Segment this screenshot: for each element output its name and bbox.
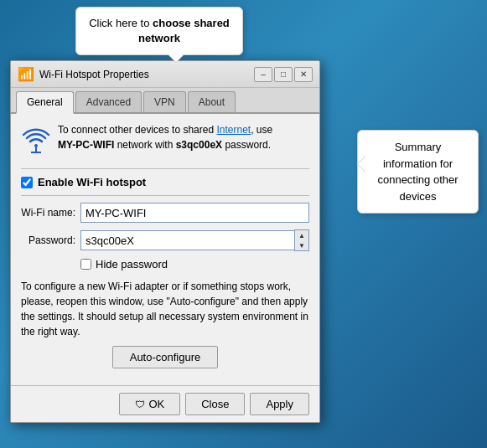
info-suffix: , use bbox=[251, 124, 272, 136]
tooltip-right: Summary information for connecting other… bbox=[357, 130, 479, 214]
tab-about[interactable]: About bbox=[188, 91, 236, 112]
tooltip-top-text: Click here to choose shared network bbox=[89, 17, 230, 44]
info-middle: network with bbox=[114, 139, 175, 151]
password-input[interactable] bbox=[80, 230, 294, 250]
password-text: s3qc00eX bbox=[176, 139, 222, 151]
apply-button[interactable]: Apply bbox=[250, 393, 309, 415]
tab-advanced[interactable]: Advanced bbox=[75, 91, 142, 112]
close-title-button[interactable]: ✕ bbox=[294, 67, 313, 82]
password-label: Password: bbox=[21, 234, 75, 246]
wifi-large-icon bbox=[21, 124, 51, 160]
password-spin-buttons: ▲ ▼ bbox=[294, 229, 309, 251]
dialog-content: To connect other devices to shared Inter… bbox=[11, 114, 319, 385]
wifi-name-row: Wi-Fi name: bbox=[21, 203, 309, 223]
tab-general[interactable]: General bbox=[16, 91, 74, 114]
info-end: password. bbox=[222, 139, 271, 151]
dialog-title: Wi-Fi Hotspot Properties bbox=[39, 69, 254, 80]
close-button[interactable]: Close bbox=[185, 393, 245, 415]
wifi-name-label: Wi-Fi name: bbox=[21, 207, 75, 219]
hide-password-checkbox[interactable] bbox=[80, 259, 91, 270]
ok-button[interactable]: 🛡 OK bbox=[119, 393, 180, 415]
info-text: To connect other devices to shared Inter… bbox=[58, 122, 272, 152]
maximize-button[interactable]: □ bbox=[274, 67, 293, 82]
dialog-icon: 📶 bbox=[18, 66, 34, 82]
spin-down-button[interactable]: ▼ bbox=[295, 240, 308, 250]
shield-icon: 🛡 bbox=[135, 399, 145, 410]
minimize-button[interactable]: – bbox=[254, 67, 272, 82]
enable-checkbox-label[interactable]: Enable Wi-Fi hotspot bbox=[38, 176, 146, 188]
description-text: To configure a new Wi-Fi adapter or if s… bbox=[21, 279, 309, 339]
divider-1 bbox=[21, 168, 309, 169]
tab-bar: General Advanced VPN About bbox=[11, 88, 319, 114]
internet-link[interactable]: Internet bbox=[216, 124, 251, 136]
enable-checkbox-row: Enable Wi-Fi hotspot bbox=[21, 176, 309, 188]
title-bar: 📶 Wi-Fi Hotspot Properties – □ ✕ bbox=[11, 61, 319, 88]
password-row: Password: ▲ ▼ bbox=[21, 229, 309, 251]
tooltip-top: Click here to choose shared network bbox=[75, 7, 243, 55]
hide-password-label[interactable]: Hide password bbox=[96, 258, 168, 270]
title-bar-buttons: – □ ✕ bbox=[254, 67, 313, 82]
hide-password-row: Hide password bbox=[80, 258, 309, 270]
ok-label: OK bbox=[148, 398, 164, 410]
enable-checkbox[interactable] bbox=[21, 177, 33, 188]
auto-configure-button[interactable]: Auto-configure bbox=[112, 346, 219, 368]
tab-vpn[interactable]: VPN bbox=[143, 91, 186, 112]
info-prefix: To connect other devices to shared bbox=[58, 124, 216, 136]
spin-up-button[interactable]: ▲ bbox=[295, 230, 308, 240]
wifi-name-input[interactable] bbox=[80, 203, 309, 223]
tooltip-right-text: Summary information for connecting other… bbox=[377, 141, 458, 203]
info-box: To connect other devices to shared Inter… bbox=[21, 122, 309, 160]
password-wrapper: ▲ ▼ bbox=[80, 229, 309, 251]
network-name-text: MY-PC-WIFI bbox=[58, 139, 114, 151]
dialog-window: 📶 Wi-Fi Hotspot Properties – □ ✕ General… bbox=[10, 60, 320, 423]
bottom-buttons: 🛡 OK Close Apply bbox=[11, 385, 319, 422]
divider-2 bbox=[21, 195, 309, 196]
